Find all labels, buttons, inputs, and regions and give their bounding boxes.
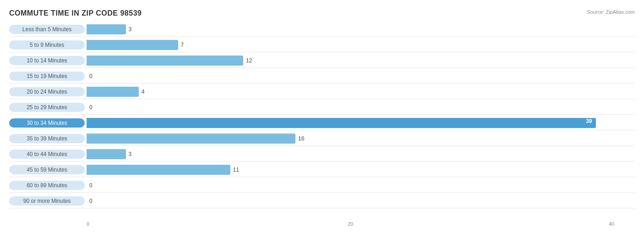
- bar-label: 15 to 19 Minutes: [9, 72, 85, 81]
- bar-label: 60 to 89 Minutes: [9, 181, 85, 190]
- bar-row: 45 to 59 Minutes11: [9, 162, 635, 177]
- bar-value: 12: [246, 57, 252, 64]
- bar-fill: [87, 149, 126, 159]
- bar-label: 10 to 14 Minutes: [9, 56, 85, 65]
- bar-label: 40 to 44 Minutes: [9, 150, 85, 159]
- bar-fill: 39: [87, 118, 596, 128]
- bar-fill: [87, 56, 243, 66]
- bar-label: 5 to 9 Minutes: [9, 40, 85, 50]
- bar-row: Less than 5 Minutes3: [9, 22, 635, 37]
- x-axis-tick: 40: [609, 221, 614, 227]
- x-axis-tick: 0: [87, 221, 89, 227]
- bar-label: Less than 5 Minutes: [9, 25, 85, 34]
- bar-fill: [87, 87, 139, 97]
- bar-label: 90 or more Minutes: [9, 196, 85, 206]
- x-axis: 02040: [87, 221, 635, 230]
- bar-row: 90 or more Minutes0: [9, 194, 635, 208]
- bar-value: 0: [89, 182, 93, 189]
- bar-value: 4: [142, 89, 145, 95]
- chart-title: COMMUTE TIME IN ZIP CODE 98539: [9, 9, 635, 17]
- bar-track: 0: [85, 100, 635, 114]
- bar-track: 3: [85, 22, 635, 36]
- bar-value: 0: [89, 198, 93, 204]
- bar-value: 0: [89, 104, 93, 111]
- bar-row: 20 to 24 Minutes4: [9, 84, 635, 99]
- bar-value: 39: [586, 118, 592, 124]
- bar-row: 60 to 89 Minutes0: [9, 178, 635, 193]
- bar-track: 39: [85, 116, 635, 130]
- bar-value: 3: [129, 26, 132, 33]
- bar-label: 25 to 29 Minutes: [9, 103, 85, 112]
- bar-row: 30 to 34 Minutes39: [9, 116, 635, 130]
- bar-row: 35 to 39 Minutes16: [9, 131, 635, 146]
- bar-track: 12: [85, 53, 635, 67]
- bar-label: 45 to 59 Minutes: [9, 165, 85, 174]
- bar-fill: [87, 40, 178, 50]
- bar-row: 10 to 14 Minutes12: [9, 53, 635, 68]
- bar-track: 0: [85, 69, 635, 83]
- bar-track: 7: [85, 38, 635, 52]
- bar-value: 7: [181, 42, 184, 48]
- bar-track: 11: [85, 162, 635, 177]
- bar-row: 40 to 44 Minutes3: [9, 147, 635, 162]
- bar-value: 3: [129, 151, 132, 157]
- bar-row: 5 to 9 Minutes7: [9, 38, 635, 52]
- bar-label: 30 to 34 Minutes: [9, 118, 85, 128]
- bar-fill: [87, 165, 230, 175]
- chart-container: COMMUTE TIME IN ZIP CODE 98539 Source: Z…: [0, 0, 644, 240]
- bar-track: 16: [85, 131, 635, 145]
- bar-value: 11: [233, 167, 239, 173]
- bar-label: 35 to 39 Minutes: [9, 134, 85, 143]
- bar-label: 20 to 24 Minutes: [9, 87, 85, 96]
- bar-track: 3: [85, 147, 635, 161]
- bar-value: 16: [298, 135, 304, 142]
- bar-row: 25 to 29 Minutes0: [9, 100, 635, 115]
- bar-track: 4: [85, 84, 635, 99]
- x-axis-tick: 20: [348, 221, 353, 227]
- bar-track: 0: [85, 178, 635, 192]
- bar-track: 0: [85, 194, 635, 208]
- bar-fill: [87, 24, 126, 34]
- bar-fill: [87, 134, 295, 144]
- chart-area: Less than 5 Minutes35 to 9 Minutes710 to…: [9, 22, 635, 219]
- chart-source: Source: ZipAtlas.com: [587, 9, 635, 15]
- bar-value: 0: [89, 73, 93, 79]
- bar-row: 15 to 19 Minutes0: [9, 69, 635, 84]
